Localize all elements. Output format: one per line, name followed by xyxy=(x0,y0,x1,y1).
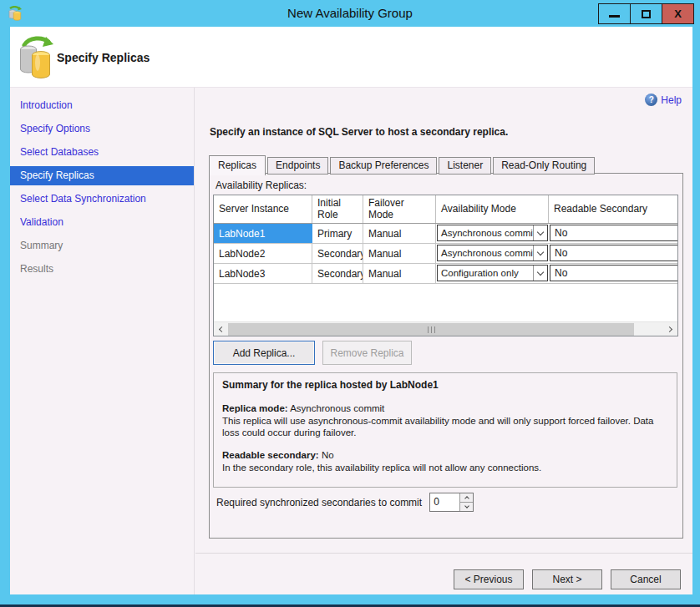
cell-server-instance[interactable]: LabNode1 xyxy=(214,224,312,243)
quorum-value[interactable]: 0 xyxy=(430,493,459,511)
readable-secondary-description: In the secondary role, this availability… xyxy=(222,462,668,474)
readable-secondary-dropdown[interactable]: No xyxy=(550,225,678,241)
col-header-availability-mode: Availability Mode xyxy=(436,195,549,223)
help-label: Help xyxy=(661,94,682,106)
window-controls: X xyxy=(599,3,694,24)
footer-separator xyxy=(195,553,692,554)
client-area: Specify Replicas Introduction Specify Op… xyxy=(10,27,692,594)
database-sync-icon xyxy=(18,34,54,81)
cell-readable-secondary: No xyxy=(549,224,678,243)
dropdown-button[interactable] xyxy=(533,225,547,240)
help-link[interactable]: ? Help xyxy=(645,94,682,106)
replicas-grid: Server Instance Initial Role Failover Mo… xyxy=(213,195,678,336)
table-row: LabNode1 Primary Manual Asynchronous com… xyxy=(214,224,677,244)
cell-server-instance[interactable]: LabNode3 xyxy=(214,264,312,283)
replica-mode-label: Replica mode: xyxy=(222,403,288,413)
spinner-buttons xyxy=(459,493,473,511)
quorum-row: Required synchronized secondaries to com… xyxy=(216,493,474,512)
col-header-failover-mode: Failover Mode xyxy=(363,195,436,223)
tab-replicas[interactable]: Replicas xyxy=(209,155,266,175)
replica-mode-description: This replica will use asynchronous-commi… xyxy=(222,415,668,440)
close-icon: X xyxy=(674,8,682,20)
wizard-content: ? Help Specify an instance of SQL Server… xyxy=(195,88,692,594)
summary-title: Summary for the replica hosted by LabNod… xyxy=(222,379,668,392)
replicas-tab-panel: Availability Replicas: Server Instance I… xyxy=(209,173,683,539)
scrollbar-thumb[interactable] xyxy=(228,323,634,336)
maximize-icon xyxy=(642,10,651,18)
scroll-left-button[interactable] xyxy=(214,322,228,336)
dropdown-value: Configuration only xyxy=(438,268,533,278)
dropdown-value: No xyxy=(555,267,567,279)
cell-readable-secondary: No xyxy=(549,264,678,283)
dropdown-button[interactable] xyxy=(533,266,547,281)
cell-availability-mode: Asynchronous commit xyxy=(436,224,549,243)
cell-initial-role[interactable]: Secondary xyxy=(312,264,363,283)
availability-mode-dropdown[interactable]: Configuration only xyxy=(437,265,548,281)
wizard-steps-sidebar: Introduction Specify Options Select Data… xyxy=(10,88,195,594)
tab-read-only-routing[interactable]: Read-Only Routing xyxy=(493,157,595,175)
readable-secondary-dropdown[interactable]: No xyxy=(550,265,678,281)
sidebar-item-results: Results xyxy=(10,260,194,279)
instruction-text: Specify an instance of SQL Server to hos… xyxy=(210,126,508,138)
cell-availability-mode: Configuration only xyxy=(436,264,549,283)
quorum-label: Required synchronized secondaries to com… xyxy=(216,497,422,508)
dropdown-value: No xyxy=(555,247,567,259)
cell-readable-secondary: No xyxy=(549,244,678,263)
chevron-up-icon xyxy=(464,496,469,501)
sidebar-item-specify-options[interactable]: Specify Options xyxy=(10,119,194,139)
readable-secondary-label: Readable secondary: xyxy=(222,450,319,460)
sidebar-item-select-databases[interactable]: Select Databases xyxy=(10,143,194,162)
maximize-button[interactable] xyxy=(630,3,662,24)
cell-server-instance[interactable]: LabNode2 xyxy=(214,244,312,263)
quorum-spinner[interactable]: 0 xyxy=(429,493,474,512)
chevron-down-icon xyxy=(464,503,469,508)
tab-endpoints[interactable]: Endpoints xyxy=(267,157,328,175)
chevron-right-icon xyxy=(667,326,672,332)
window-title: New Availability Group xyxy=(0,6,700,20)
sidebar-item-introduction[interactable]: Introduction xyxy=(10,96,194,115)
cell-failover-mode[interactable]: Manual xyxy=(363,224,436,243)
cancel-button[interactable]: Cancel xyxy=(611,569,681,589)
close-button[interactable]: X xyxy=(662,3,694,24)
title-bar: New Availability Group X xyxy=(0,0,700,27)
dropdown-value: Asynchronous commit xyxy=(438,248,533,258)
summary-replica-mode: Replica mode: Asynchronous commit This r… xyxy=(222,402,668,440)
dropdown-value: No xyxy=(555,227,567,239)
help-icon: ? xyxy=(645,94,657,106)
availability-replicas-label: Availability Replicas: xyxy=(216,180,307,191)
minimize-button[interactable] xyxy=(598,3,631,24)
cell-initial-role[interactable]: Primary xyxy=(312,224,363,243)
col-header-server-instance: Server Instance xyxy=(214,195,312,223)
sidebar-item-specify-replicas[interactable]: Specify Replicas xyxy=(10,166,194,185)
remove-replica-button: Remove Replica xyxy=(322,341,412,365)
spinner-down-button[interactable] xyxy=(460,502,473,511)
chevron-down-icon xyxy=(537,228,544,235)
dropdown-button[interactable] xyxy=(533,245,547,261)
replica-mode-value: Asynchronous commit xyxy=(290,403,384,413)
sidebar-item-validation[interactable]: Validation xyxy=(10,213,194,232)
col-header-initial-role: Initial Role xyxy=(312,195,363,223)
previous-button[interactable]: < Previous xyxy=(454,569,524,589)
readable-secondary-dropdown[interactable]: No xyxy=(550,245,678,261)
availability-mode-dropdown[interactable]: Asynchronous commit xyxy=(437,225,548,241)
tab-listener[interactable]: Listener xyxy=(439,157,491,175)
availability-mode-dropdown[interactable]: Asynchronous commit xyxy=(437,245,548,261)
tab-backup-preferences[interactable]: Backup Preferences xyxy=(330,157,437,175)
scroll-right-button[interactable] xyxy=(663,322,677,336)
scrollbar-grip-icon xyxy=(428,326,435,333)
footer-buttons: < Previous Next > Cancel xyxy=(454,569,681,589)
replica-summary-panel: Summary for the replica hosted by LabNod… xyxy=(213,372,677,488)
horizontal-scrollbar[interactable] xyxy=(214,321,677,336)
dialog-window: New Availability Group X Specify Replica… xyxy=(0,0,700,607)
grid-header-row: Server Instance Initial Role Failover Mo… xyxy=(214,195,677,224)
page-title: Specify Replicas xyxy=(57,51,150,64)
cell-failover-mode[interactable]: Manual xyxy=(363,244,436,263)
next-button[interactable]: Next > xyxy=(532,569,602,589)
sidebar-item-select-data-synchronization[interactable]: Select Data Synchronization xyxy=(10,190,194,209)
cell-initial-role[interactable]: Secondary xyxy=(312,244,363,263)
cell-failover-mode[interactable]: Manual xyxy=(363,264,436,283)
chevron-down-icon xyxy=(537,248,544,255)
add-replica-button[interactable]: Add Replica... xyxy=(213,341,315,365)
summary-readable-secondary: Readable secondary: No In the secondary … xyxy=(222,449,668,474)
spinner-up-button[interactable] xyxy=(460,493,473,502)
